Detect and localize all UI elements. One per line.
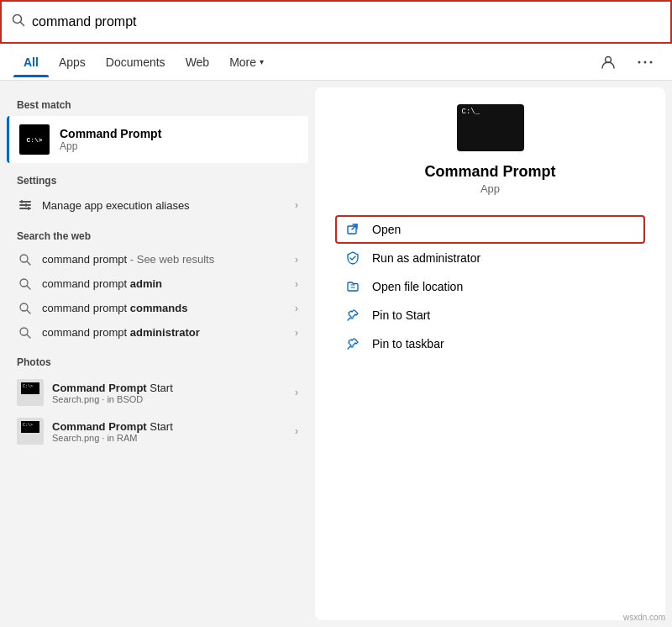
svg-point-4 [644,61,647,63]
best-match-item[interactable]: Command Prompt App [7,116,308,163]
svg-rect-10 [25,203,27,207]
search-web-text-0: command prompt - See web results [42,253,286,266]
photo-thumb-0 [17,379,44,406]
action-open-label: Open [372,223,401,236]
search-web-item-2[interactable]: command prompt commands › [0,296,315,320]
search-web-icon-0 [17,254,34,266]
search-web-item-3[interactable]: command prompt administrator › [0,320,315,345]
cmd-app-icon [19,124,50,155]
app-preview-icon [457,104,524,151]
settings-label: Settings [0,170,315,192]
tab-all[interactable]: All [13,47,49,77]
best-match-text: Command Prompt App [60,127,161,152]
photo-title-0: Command Prompt Start [52,382,286,394]
search-web-icon-2 [17,303,34,314]
svg-line-19 [27,335,30,338]
pin-start-icon [344,308,362,322]
search-web-chevron-0: › [295,254,298,266]
photo-sub-1: Search.png · in RAM [52,433,286,443]
svg-rect-11 [28,207,29,210]
open-icon [344,223,362,236]
search-web-text-2: command prompt commands [42,302,286,314]
person-icon-button[interactable] [595,49,622,76]
action-pin-start[interactable]: Pin to Start [335,301,645,329]
photo-sub-0: Search.png · in BSOD [52,394,286,404]
svg-point-5 [650,61,653,63]
svg-line-13 [27,261,30,265]
search-web-icon-1 [17,278,34,290]
action-pin-taskbar[interactable]: Pin to taskbar [335,329,645,358]
svg-line-22 [348,318,350,320]
photo-item-text-0: Command Prompt Start Search.png · in BSO… [52,382,286,404]
svg-line-1 [21,23,24,26]
photos-label: Photos [0,351,315,373]
tabs-bar: All Apps Documents Web More ▾ [0,44,672,81]
app-subtitle: App [480,182,500,195]
photo-chevron-1: › [295,425,298,437]
left-panel: Best match Command Prompt App Settings [0,81,315,627]
photo-item-text-1: Command Prompt Start Search.png · in RAM [52,420,286,443]
search-bar [0,0,672,44]
best-match-label: Best match [0,94,315,116]
photo-item-1[interactable]: Command Prompt Start Search.png · in RAM… [0,412,315,450]
pin-taskbar-icon [344,337,362,350]
run-admin-icon [344,251,362,265]
photo-title-1: Command Prompt Start [52,420,286,433]
action-file-location-label: Open file location [372,280,463,293]
search-web-chevron-1: › [295,278,298,290]
app-title: Command Prompt [424,163,555,181]
aliases-icon [17,198,34,212]
search-icon [12,13,25,30]
search-web-icon-3 [17,327,34,339]
action-open[interactable]: Open [335,215,645,244]
svg-line-15 [27,286,30,289]
svg-line-17 [27,310,30,314]
action-pin-start-label: Pin to Start [372,308,430,322]
settings-item-aliases[interactable]: Manage app execution aliases › [0,192,315,219]
best-match-title: Command Prompt [60,127,161,140]
tabs-right-icons [595,49,659,76]
chevron-down-icon: ▾ [260,57,264,66]
file-location-icon [344,280,362,293]
action-file-location[interactable]: Open file location [335,272,645,301]
search-web-item-1[interactable]: command prompt admin › [0,271,315,296]
svg-point-3 [638,61,641,63]
search-web-chevron-3: › [295,327,298,339]
action-run-admin[interactable]: Run as administrator [335,244,645,272]
photo-thumb-1 [17,418,44,445]
right-actions: Open Run as administrator [335,215,645,358]
photo-item-0[interactable]: Command Prompt Start Search.png · in BSO… [0,373,315,412]
more-options-button[interactable] [632,49,659,76]
tab-web[interactable]: Web [176,47,220,77]
svg-rect-9 [21,200,23,203]
aliases-text: Manage app execution aliases [42,199,286,212]
search-web-text-1: command prompt admin [42,277,286,290]
main-content: Best match Command Prompt App Settings [0,81,672,627]
watermark: wsxdn.com [623,613,665,622]
action-run-admin-label: Run as administrator [372,251,480,265]
tab-apps[interactable]: Apps [49,47,96,77]
search-input[interactable] [32,14,660,29]
svg-line-23 [348,346,350,349]
search-web-item-0[interactable]: command prompt - See web results › [0,247,315,271]
best-match-subtitle: App [60,140,161,152]
right-panel: Command Prompt App Open [315,87,665,620]
action-pin-taskbar-label: Pin to taskbar [372,337,444,350]
photo-chevron-0: › [295,387,298,398]
tab-more[interactable]: More ▾ [219,47,274,77]
aliases-chevron: › [295,199,298,211]
search-web-text-3: command prompt administrator [42,326,286,339]
search-web-label: Search the web [0,225,315,247]
search-web-chevron-2: › [295,303,298,314]
tab-documents[interactable]: Documents [96,47,176,77]
